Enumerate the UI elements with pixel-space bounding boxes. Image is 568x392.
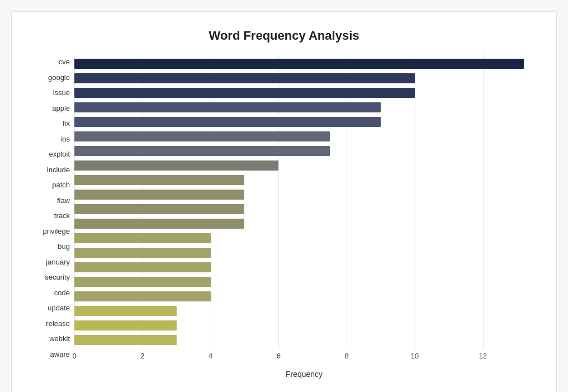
bar-row	[74, 290, 534, 303]
bar	[74, 59, 524, 69]
bar	[74, 335, 177, 345]
bar-row	[74, 58, 534, 70]
bar-row	[74, 116, 534, 128]
bar-row	[74, 145, 534, 157]
bar	[74, 160, 278, 171]
bar-row	[74, 130, 534, 143]
x-tick-label: 8	[344, 352, 348, 360]
bar	[74, 73, 415, 83]
chart-container: Word Frequency Analysis cvegoogleissueap…	[11, 11, 557, 392]
bar	[74, 102, 381, 112]
bar-row	[74, 72, 534, 84]
bars-container	[74, 54, 534, 350]
y-label: fix	[34, 120, 74, 127]
x-axis-labels: 024681012	[74, 352, 534, 369]
bar	[74, 146, 330, 156]
bar	[74, 175, 244, 185]
bar-row	[74, 319, 534, 332]
bar	[74, 277, 211, 287]
y-label: cve	[34, 58, 74, 65]
bar	[74, 233, 211, 243]
bar	[74, 88, 415, 98]
bar-row	[74, 232, 534, 244]
y-label: release	[34, 320, 74, 327]
bar	[74, 204, 244, 214]
chart-title: Word Frequency Analysis	[34, 29, 534, 43]
y-label: flaw	[34, 197, 74, 204]
y-label: apple	[34, 105, 74, 112]
y-label: aware	[34, 351, 74, 358]
bar	[74, 262, 211, 272]
y-label: exploit	[34, 150, 74, 158]
y-label: google	[34, 74, 74, 81]
plot-area: 024681012 Frequency	[74, 54, 534, 379]
y-label: privilege	[34, 228, 74, 235]
bar-row	[74, 218, 534, 230]
y-label: code	[34, 289, 74, 296]
bar-row	[74, 174, 534, 186]
y-label: january	[34, 258, 74, 266]
bar-row	[74, 159, 534, 172]
y-label: bug	[34, 243, 74, 250]
bar	[74, 248, 211, 258]
y-label: track	[34, 212, 74, 219]
bar-row	[74, 203, 534, 215]
bar	[74, 190, 244, 200]
bar-row	[74, 247, 534, 259]
x-axis-title: Frequency	[74, 370, 534, 379]
y-label: webkit	[34, 335, 74, 342]
y-labels: cvegoogleissueapplefixiosexploitincludep…	[34, 54, 74, 379]
y-label: update	[34, 304, 74, 311]
y-label: ios	[34, 135, 74, 143]
x-tick-label: 2	[140, 352, 144, 360]
x-tick-label: 12	[479, 352, 486, 360]
y-label: patch	[34, 181, 74, 188]
bar-row	[74, 188, 534, 201]
bar	[74, 117, 381, 127]
y-label: security	[34, 273, 74, 281]
y-label: include	[34, 166, 74, 173]
bar-row	[74, 276, 534, 288]
x-tick-label: 6	[277, 352, 281, 360]
bar	[74, 131, 330, 141]
bar-row	[74, 305, 534, 317]
bar-row	[74, 87, 534, 99]
bar	[74, 306, 177, 316]
bars-wrapper	[74, 54, 534, 350]
bar-row	[74, 261, 534, 273]
bar-row	[74, 334, 534, 346]
x-tick-label: 10	[411, 352, 419, 360]
bar-row	[74, 101, 534, 114]
bar	[74, 320, 177, 330]
x-tick-label: 0	[72, 352, 76, 360]
bar	[74, 219, 244, 229]
y-label: issue	[34, 89, 74, 96]
x-tick-label: 4	[209, 352, 212, 360]
chart-area: cvegoogleissueapplefixiosexploitincludep…	[34, 54, 534, 379]
bar	[74, 291, 211, 301]
